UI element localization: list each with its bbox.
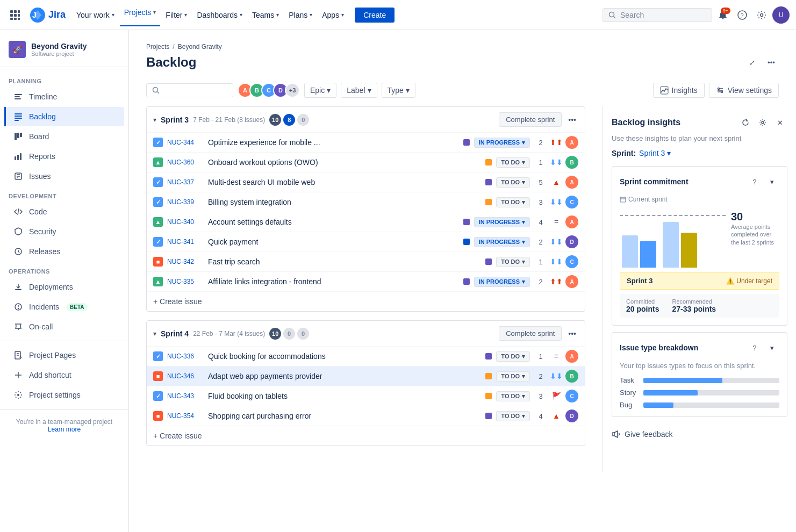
sidebar-item-oncall[interactable]: On-call (4, 317, 124, 336)
help-button[interactable]: ? (747, 340, 762, 355)
help-button[interactable]: ? (734, 6, 751, 24)
sidebar-item-code[interactable]: Code (4, 202, 124, 221)
issue-row[interactable]: ■ NUC-346 Adapt web app payments provide… (147, 366, 585, 386)
issue-row[interactable]: ✓ NUC-343 Fluid booking on tablets TO DO… (147, 386, 585, 406)
filter-menu[interactable]: Filter ▾ (161, 8, 191, 23)
search-input[interactable] (620, 11, 706, 19)
sprint4-more-button[interactable]: ••• (566, 327, 578, 340)
backlog-search-input[interactable] (163, 86, 227, 95)
expand-card-button[interactable]: ▾ (764, 174, 779, 189)
issue-points: 1 (534, 353, 547, 361)
assignee-filter[interactable]: A B C D +3 (238, 83, 300, 98)
issue-row[interactable]: ▲ NUC-340 Account settings defaults IN P… (147, 212, 585, 232)
sprint3-section: ▾ Sprint 3 7 Feb - 21 Feb (8 issues) 10 … (146, 106, 585, 312)
sprint-selector-value[interactable]: Sprint 3 ▾ (639, 149, 671, 157)
type-filter[interactable]: Type ▾ (382, 83, 415, 98)
status-badge[interactable]: TO DO ▾ (496, 177, 530, 188)
color-dot (485, 353, 492, 360)
issue-row[interactable]: ✓ NUC-344 Optimize experience for mobile… (147, 132, 585, 152)
more-options-button[interactable]: ••• (764, 55, 779, 70)
sidebar-item-issues[interactable]: Issues (4, 167, 124, 186)
refresh-button[interactable] (738, 115, 753, 130)
learn-more-link[interactable]: Learn more (48, 426, 81, 433)
backlog-search[interactable] (146, 83, 233, 97)
sidebar-item-security[interactable]: Security (4, 222, 124, 241)
grid-icon[interactable] (6, 6, 24, 24)
sprint3-done-badge: 0 (297, 114, 309, 126)
settings-button[interactable] (755, 115, 770, 130)
dashboards-menu[interactable]: Dashboards ▾ (192, 8, 247, 23)
avatar-count[interactable]: +3 (285, 83, 300, 98)
chevron-down-icon: ▾ (153, 116, 156, 124)
complete-sprint4-button[interactable]: Complete sprint (499, 326, 562, 341)
current-sprint-label: Current sprint (620, 196, 779, 203)
create-button[interactable]: Create (355, 8, 395, 23)
status-badge[interactable]: IN PROGRESS ▾ (474, 138, 530, 148)
deployments-icon (13, 282, 24, 292)
chevron-down-icon: ▾ (522, 139, 525, 146)
teams-menu[interactable]: Teams ▾ (248, 8, 283, 23)
issue-row[interactable]: ■ NUC-342 Fast trip search TO DO ▾ 1 ⬇⬇ … (147, 251, 585, 271)
sidebar-item-releases[interactable]: Releases (4, 242, 124, 261)
issue-row[interactable]: ✓ NUC-339 Billing system integration TO … (147, 192, 585, 212)
jira-logo[interactable]: J Jira (30, 8, 66, 23)
expand-card-button[interactable]: ▾ (764, 340, 779, 355)
status-badge[interactable]: IN PROGRESS ▾ (474, 237, 530, 247)
chart-bar-prev2 (640, 241, 656, 268)
status-badge[interactable]: TO DO ▾ (496, 157, 530, 168)
sidebar-item-deployments[interactable]: Deployments (4, 277, 124, 297)
search-box[interactable] (603, 8, 712, 22)
issue-row[interactable]: ✓ NUC-341 Quick payment IN PROGRESS ▾ 2 … (147, 232, 585, 251)
breadcrumb-separator: / (173, 43, 174, 51)
breadcrumb-projects[interactable]: Projects (146, 43, 169, 51)
projects-menu[interactable]: Projects ▾ (120, 5, 161, 26)
assignee-avatar: A (565, 176, 578, 189)
help-button[interactable]: ? (747, 174, 762, 189)
plans-menu[interactable]: Plans ▾ (284, 8, 317, 23)
status-badge[interactable]: TO DO ▾ (496, 371, 530, 382)
your-work-menu[interactable]: Your work ▾ (72, 8, 119, 23)
sprint4-header[interactable]: ▾ Sprint 4 22 Feb - 7 Mar (4 issues) 10 … (147, 321, 585, 346)
view-settings-button[interactable]: View settings (709, 83, 779, 98)
sidebar-item-add-shortcut[interactable]: Add shortcut (4, 365, 124, 385)
issue-row[interactable]: ✓ NUC-336 Quick booking for accommodatio… (147, 346, 585, 366)
complete-sprint3-button[interactable]: Complete sprint (499, 112, 562, 127)
status-badge[interactable]: TO DO ▾ (496, 351, 530, 362)
sprint3-create-issue[interactable]: + Create issue (147, 291, 585, 311)
status-badge[interactable]: TO DO ▾ (496, 411, 530, 421)
insights-button[interactable]: Insights (653, 83, 705, 98)
label-filter[interactable]: Label ▾ (341, 83, 377, 98)
sidebar-item-project-pages[interactable]: Project Pages (4, 346, 124, 365)
issue-row[interactable]: ▲ NUC-360 Onboard workout options (OWO) … (147, 152, 585, 172)
sprint4-create-issue[interactable]: + Create issue (147, 426, 585, 445)
issue-row[interactable]: ■ NUC-354 Shopping cart purchasing error… (147, 406, 585, 426)
status-badge[interactable]: IN PROGRESS ▾ (474, 277, 530, 287)
status-badge[interactable]: TO DO ▾ (496, 197, 530, 207)
status-badge[interactable]: TO DO ▾ (496, 257, 530, 267)
issue-key: NUC-340 (167, 218, 204, 226)
issue-row[interactable]: ✓ NUC-337 Multi-dest search UI mobile we… (147, 172, 585, 192)
status-badge[interactable]: TO DO ▾ (496, 391, 530, 401)
epic-filter[interactable]: Epic ▾ (304, 83, 336, 98)
breadcrumb-project[interactable]: Beyond Gravity (178, 43, 222, 51)
sprint3-more-button[interactable]: ••• (566, 113, 578, 126)
feedback-button[interactable]: Give feedback (612, 423, 787, 441)
settings-button[interactable] (753, 6, 770, 24)
close-panel-button[interactable]: ✕ (772, 115, 787, 130)
notifications-button[interactable]: 9+ (714, 6, 732, 24)
page-header: Projects / Beyond Gravity Backlog ⤢ ••• (129, 30, 796, 78)
status-badge[interactable]: IN PROGRESS ▾ (474, 217, 530, 227)
sidebar-item-project-settings[interactable]: Project settings (4, 385, 124, 405)
sidebar-item-board[interactable]: Board (4, 127, 124, 146)
issue-row[interactable]: ▲ NUC-335 Affiliate links integration - … (147, 271, 585, 291)
sprint3-header[interactable]: ▾ Sprint 3 7 Feb - 21 Feb (8 issues) 10 … (147, 107, 585, 132)
avatar[interactable]: U (772, 6, 790, 24)
priority-icon: ⬇⬇ (551, 371, 561, 381)
sidebar-item-incidents[interactable]: Incidents BETA (4, 297, 124, 317)
apps-menu[interactable]: Apps ▾ (318, 8, 348, 23)
expand-button[interactable]: ⤢ (744, 55, 759, 70)
project-icon: 🚀 (9, 41, 26, 58)
sidebar-item-timeline[interactable]: Timeline (4, 87, 124, 106)
sidebar-item-reports[interactable]: Reports (4, 147, 124, 166)
sidebar-item-backlog[interactable]: Backlog (4, 107, 124, 126)
